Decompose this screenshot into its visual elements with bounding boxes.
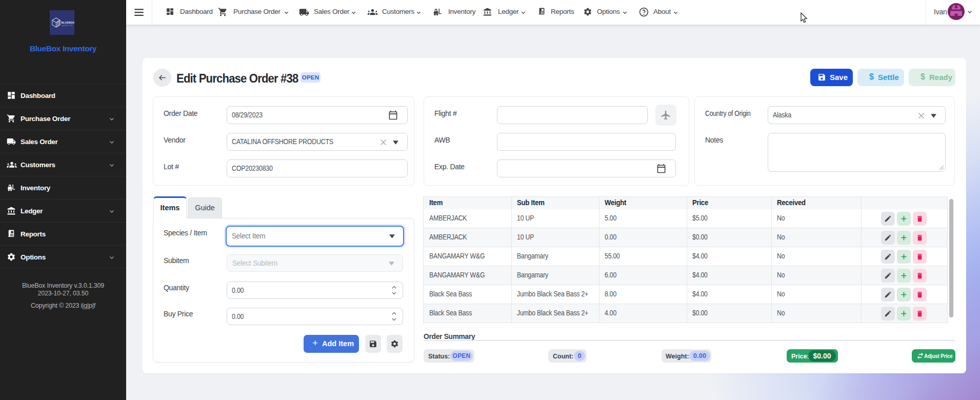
svg-text:INVENTORY: INVENTORY	[62, 25, 73, 27]
svg-text:BLUEBOX: BLUEBOX	[62, 21, 75, 24]
